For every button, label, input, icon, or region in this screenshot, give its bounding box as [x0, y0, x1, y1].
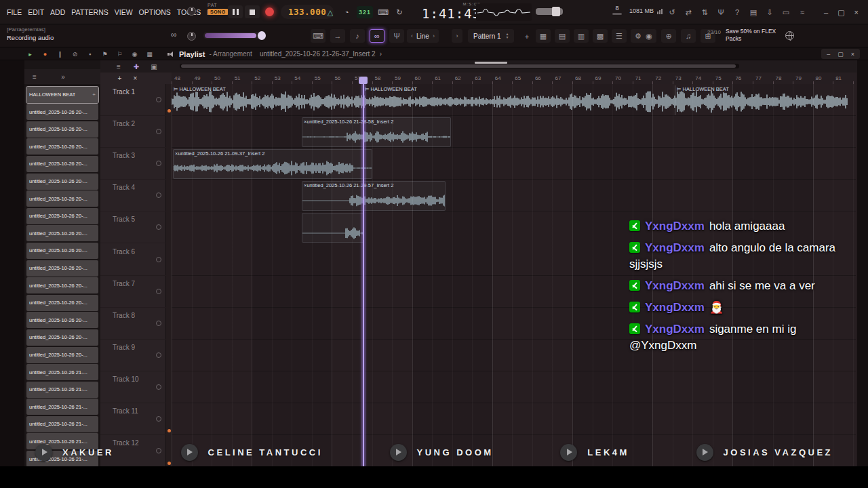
metronome-note-icon[interactable]: ♪	[350, 29, 365, 43]
browser-item[interactable]: untitled_2025-10-26 21-...	[26, 399, 98, 415]
track-mute-toggle[interactable]	[156, 352, 161, 358]
playlist-minimize-button[interactable]: –	[827, 51, 830, 58]
track-mute-toggle[interactable]	[156, 257, 161, 262]
advance-button[interactable]: ›	[452, 29, 462, 43]
playlist-close-button[interactable]: ×	[851, 51, 854, 58]
track-header[interactable]: Track 8	[100, 308, 166, 340]
streamer-entry[interactable]: LEK4M	[560, 444, 629, 461]
autoscroll-icon[interactable]: →	[330, 29, 345, 43]
tab-arrow-icon[interactable]: ›	[380, 50, 382, 58]
browser-item[interactable]: untitled_2025-10-26 20-...	[26, 190, 98, 207]
track-mute-toggle[interactable]	[156, 416, 161, 422]
menu-add[interactable]: ADD	[50, 8, 65, 16]
pitch-slider-thumb[interactable]	[258, 31, 266, 40]
record-button[interactable]	[262, 5, 277, 18]
browser-item[interactable]: untitled_2025-10-26 20-...	[26, 243, 98, 259]
save-icon[interactable]: ▤	[747, 6, 760, 18]
menu-edit[interactable]: EDIT	[28, 8, 44, 16]
bar-numbers[interactable]: 4849505152535455565758596061626364656667…	[172, 73, 856, 84]
menu-view[interactable]: VIEW	[115, 8, 133, 16]
arrangement-tab-label[interactable]: untitled_2025-10-26 21-26-37_Insert 2	[260, 50, 376, 58]
browser-item[interactable]: untitled_2025-10-26 20-...	[26, 347, 98, 363]
play-button-icon[interactable]	[35, 444, 52, 461]
sync-icon[interactable]: ⇄	[682, 6, 694, 18]
browser-item[interactable]: untitled_2025-10-26 20-...	[26, 312, 98, 328]
pattern-arrows[interactable]: ▴ ▾	[507, 33, 509, 39]
close-button[interactable]: ×	[854, 8, 859, 16]
stats-icon[interactable]: ≈	[796, 6, 808, 18]
track-header[interactable]: Track 7	[100, 276, 166, 308]
draw-tool-icon[interactable]: ✚	[132, 62, 141, 71]
menu-options[interactable]: OPTIONS	[139, 8, 171, 16]
track-header[interactable]: Track 5	[100, 211, 166, 243]
streamer-entry[interactable]: YUNG DOOM	[390, 444, 494, 461]
add-pattern-button[interactable]: +	[521, 30, 533, 43]
browser-toggle-icon[interactable]: ☰	[612, 29, 627, 43]
track-header[interactable]: Track 3	[100, 148, 166, 180]
snap-value[interactable]: Line	[416, 33, 429, 40]
record-arm-dot[interactable]	[167, 429, 171, 432]
arrangement-tab[interactable]: untitled_2025-10-26 21-26-37_Insert 2 ›	[260, 47, 382, 60]
browser-item[interactable]: untitled_2025-10-26 20-...	[26, 225, 98, 241]
drag-handle-icon[interactable]: +	[92, 92, 96, 98]
link-icon[interactable]: ∞	[370, 29, 384, 43]
audio-clip[interactable]: ⊨ HALLOWEEN BEAT⊨ HALLOWEEN BEAT⊨ HALLOW…	[172, 85, 848, 115]
touch-icon[interactable]: ⊕	[661, 29, 676, 43]
track-mute-toggle[interactable]	[156, 129, 161, 134]
help-icon[interactable]: ?	[731, 6, 743, 18]
pan-knob[interactable]	[187, 32, 196, 41]
pattern-name[interactable]: Pattern 1	[473, 33, 501, 40]
track-header[interactable]: Track 4	[100, 180, 166, 211]
track-mute-toggle[interactable]	[156, 224, 161, 230]
pause-button[interactable]	[228, 5, 243, 18]
streamer-entry[interactable]: XAKUER	[35, 444, 114, 461]
master-volume-slider[interactable]	[536, 8, 563, 15]
browser-item[interactable]: untitled_2025-10-26 20-...	[26, 208, 98, 224]
wait-for-input-icon[interactable]: ◔	[340, 6, 353, 18]
playhead-line[interactable]	[363, 84, 364, 467]
piano-roll-icon[interactable]: ▥	[574, 29, 589, 43]
pattern-selector[interactable]: Pattern 1 ▴ ▾	[468, 29, 514, 43]
song-mode-label[interactable]: SONG	[208, 9, 229, 15]
browser-menu-icon[interactable]: ≡	[30, 72, 39, 81]
browser-item[interactable]: untitled_2025-10-26 21-...	[26, 382, 98, 398]
mic-monitor-icon[interactable]: Ψ	[389, 29, 404, 43]
maximize-button[interactable]: ▢	[837, 8, 844, 17]
volume-slider-thumb[interactable]	[552, 7, 560, 16]
chat-username[interactable]: YxngDxxm	[645, 301, 705, 314]
audio-clip[interactable]: ×untitled_2025-10-26 21-28-58_Insert 2	[302, 117, 451, 147]
snap-prev-icon[interactable]: ‹	[411, 33, 413, 39]
typing-keyboard-icon[interactable]: ⌨	[377, 6, 389, 18]
record-mini-icon[interactable]: ●	[41, 49, 50, 58]
play-button-icon[interactable]	[696, 444, 713, 461]
record-arm-dot[interactable]	[167, 109, 171, 113]
export-icon[interactable]: ⇩	[764, 6, 776, 18]
metronome-icon[interactable]: △	[324, 6, 336, 18]
globe-icon[interactable]	[785, 31, 794, 40]
play-button-icon[interactable]	[390, 444, 407, 461]
playlist-menu-icon[interactable]: ≡	[114, 62, 123, 71]
browser-item[interactable]: untitled_2025-10-26 21-...	[26, 416, 98, 432]
typing-to-piano-icon[interactable]: ⌨	[311, 29, 326, 43]
streamer-entry[interactable]: CELINE TANTUCCI	[181, 444, 323, 461]
play-button-icon[interactable]	[181, 444, 198, 461]
scrollbar-thumb[interactable]	[181, 64, 736, 68]
track-header[interactable]: Track 6	[100, 244, 166, 276]
audio-clip[interactable]: ×untitled_2025-10-26 21-29-57_Insert 2	[302, 181, 446, 211]
chain-link-icon[interactable]: ∞	[171, 30, 177, 39]
flag-outline-icon[interactable]: ⚐	[115, 49, 124, 58]
track-mute-toggle[interactable]	[156, 289, 161, 294]
pitch-slider[interactable]	[203, 32, 266, 39]
pattern-down-icon[interactable]: ▾	[507, 36, 509, 39]
promo-banner[interactable]: 23/10 Save 50% on FLEX Packs	[707, 28, 781, 43]
panel-icon[interactable]: ▦	[145, 49, 154, 58]
minimize-button[interactable]: –	[824, 8, 828, 16]
zoom-icon[interactable]: ◉	[130, 49, 139, 58]
chat-bubble-icon[interactable]: ▭	[780, 6, 792, 18]
track-header[interactable]: Track 10	[100, 371, 166, 403]
track-header[interactable]: Track 2	[100, 116, 166, 148]
delete-button[interactable]: ×	[131, 74, 140, 83]
audio-clip[interactable]	[302, 213, 364, 243]
track-header[interactable]: Track 9	[100, 340, 166, 371]
browser-item[interactable]: untitled_2025-10-26 21-...	[26, 364, 98, 380]
